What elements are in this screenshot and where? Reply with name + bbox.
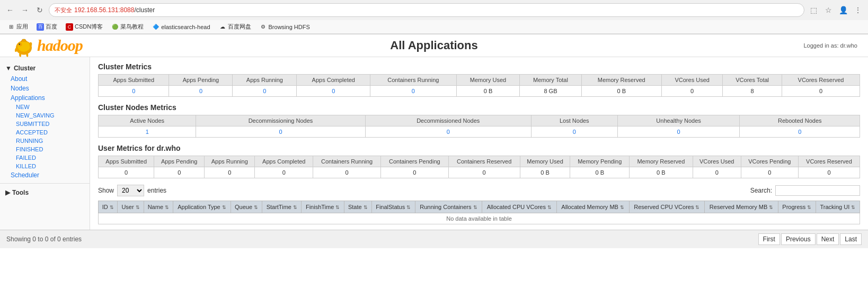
menu-button[interactable]: ⋮ — [852, 4, 864, 16]
cm-header-apps-pending: Apps Pending — [169, 75, 233, 86]
sidebar-failed-link[interactable]: FAILED — [0, 153, 90, 162]
allocatedmemory-sort-icon: ⇅ — [620, 205, 624, 210]
um-header-memory-pending: Memory Pending — [570, 156, 630, 167]
th-finish-time[interactable]: FinishTime ⇅ — [302, 201, 344, 213]
pagination-buttons: First Previous Next Last — [758, 233, 862, 245]
cnm-active-nodes[interactable]: 1 — [99, 126, 196, 138]
cnm-decommissioned-nodes[interactable]: 0 — [365, 126, 531, 138]
name-sort-icon: ⇅ — [165, 205, 169, 210]
sidebar-new-saving-link[interactable]: NEW_SAVING — [0, 111, 90, 120]
th-state[interactable]: State ⇅ — [344, 201, 371, 213]
um-header-containers-running: Containers Running — [313, 156, 381, 167]
profile-button[interactable]: 👤 — [837, 4, 849, 16]
bookmark-hdfs[interactable]: ⚙Browsing HDFS — [256, 22, 313, 32]
th-tracking-ui[interactable]: Tracking UI ⇅ — [816, 201, 860, 213]
finalstatus-sort-icon: ⇅ — [406, 205, 411, 210]
sidebar-scheduler-link[interactable]: Scheduler — [0, 170, 90, 180]
sidebar-applications-link[interactable]: Applications — [0, 93, 90, 103]
back-button[interactable]: ← — [4, 4, 16, 16]
cm-header-containers-running: Containers Running — [370, 75, 456, 86]
bookmark-baidu[interactable]: 百百度 — [33, 22, 60, 32]
cm-apps-completed[interactable]: 0 — [297, 86, 370, 97]
cnm-unhealthy-nodes[interactable]: 0 — [617, 126, 740, 138]
insecure-label: 不安全 — [55, 6, 72, 14]
cluster-metrics-table: Apps Submitted Apps Pending Apps Running… — [98, 74, 860, 97]
cnm-header-unhealthy: Unhealthy Nodes — [617, 115, 740, 126]
um-vcores-reserved: 0 — [798, 167, 860, 178]
previous-page-button[interactable]: Previous — [781, 233, 816, 245]
th-start-time[interactable]: StartTime ⇅ — [262, 201, 302, 213]
th-name[interactable]: Name ⇅ — [144, 201, 173, 213]
th-running-containers[interactable]: Running Containers ⇅ — [415, 201, 482, 213]
show-entries-bar: Show 10 20 50 100 entries Search: — [98, 185, 860, 196]
th-progress[interactable]: Progress ⇅ — [778, 201, 816, 213]
sidebar-running-link[interactable]: RUNNING — [0, 137, 90, 145]
cm-apps-submitted[interactable]: 0 — [99, 86, 169, 97]
reload-button[interactable]: ↻ — [34, 4, 46, 16]
user-sort-icon: ⇅ — [136, 205, 140, 210]
cnm-header-decommissioning: Decommissioning Nodes — [196, 115, 365, 126]
um-header-vcores-reserved: VCores Reserved — [798, 156, 860, 167]
cm-header-vcores-used: VCores Used — [661, 75, 722, 86]
url-host: 192.168.56.131:8088 — [74, 6, 134, 14]
bookmark-baidupan[interactable]: ☁百度网盘 — [216, 22, 254, 32]
bookmark-runoob[interactable]: 🟢菜鸟教程 — [108, 22, 147, 32]
show-label: Show — [98, 187, 114, 194]
browser-toolbar: ← → ↻ 不安全 192.168.56.131:8088/cluster ⬚ … — [0, 0, 868, 20]
th-reserved-memory[interactable]: Reserved Memory MB ⇅ — [705, 201, 778, 213]
sidebar-new-link[interactable]: NEW — [0, 103, 90, 111]
th-allocated-cpu[interactable]: Allocated CPU VCores ⇅ — [482, 201, 556, 213]
browser-chrome: ← → ↻ 不安全 192.168.56.131:8088/cluster ⬚ … — [0, 0, 868, 34]
sidebar-killed-link[interactable]: KILLED — [0, 162, 90, 170]
sidebar-submitted-link[interactable]: SUBMITTED — [0, 120, 90, 128]
tools-arrow-icon: ▶ — [5, 189, 10, 196]
entries-label: entries — [147, 187, 166, 194]
bookmark-apps[interactable]: ⊞应用 — [4, 22, 31, 32]
bookmark-elasticsearch[interactable]: 🔷elasticsearch-head — [149, 22, 213, 32]
cnm-decommissioning-nodes[interactable]: 0 — [196, 126, 365, 138]
cm-header-memory-total: Memory Total — [520, 75, 581, 86]
th-application-type[interactable]: Application Type ⇅ — [173, 201, 231, 213]
screenshot-button[interactable]: ⬚ — [808, 4, 819, 16]
cm-apps-pending[interactable]: 0 — [169, 86, 233, 97]
sidebar-nodes-link[interactable]: Nodes — [0, 84, 90, 93]
cnm-rebooted-nodes[interactable]: 0 — [740, 126, 860, 138]
next-page-button[interactable]: Next — [817, 233, 839, 245]
apps-icon: ⊞ — [7, 23, 15, 31]
cluster-metrics-title: Cluster Metrics — [98, 62, 860, 71]
cm-header-apps-completed: Apps Completed — [297, 75, 370, 86]
cluster-section-title[interactable]: ▼ Cluster — [0, 62, 90, 74]
cm-apps-running[interactable]: 0 — [233, 86, 297, 97]
reservedmemory-sort-icon: ⇅ — [769, 205, 773, 210]
last-page-button[interactable]: Last — [840, 233, 862, 245]
cm-containers-running[interactable]: 0 — [370, 86, 456, 97]
main-layout: ▼ Cluster About Nodes Applications NEW N… — [0, 57, 868, 230]
sidebar-accepted-link[interactable]: ACCEPTED — [0, 128, 90, 137]
forward-button[interactable]: → — [19, 4, 31, 16]
cluster-label: Cluster — [14, 65, 36, 72]
svg-point-1 — [17, 41, 30, 52]
tools-label: Tools — [12, 189, 29, 196]
bookmark-csdn[interactable]: CCSDN博客 — [63, 22, 106, 32]
th-id[interactable]: ID ⇅ — [99, 201, 118, 213]
cnm-lost-nodes[interactable]: 0 — [531, 126, 617, 138]
th-final-status[interactable]: FinalStatus ⇅ — [371, 201, 415, 213]
address-bar[interactable]: 不安全 192.168.56.131:8088/cluster — [49, 3, 804, 17]
th-allocated-memory[interactable]: Allocated Memory MB ⇅ — [556, 201, 629, 213]
bookmark-button[interactable]: ☆ — [822, 4, 834, 16]
th-reserved-cpu[interactable]: Reserved CPU VCores ⇅ — [629, 201, 705, 213]
um-apps-pending: 0 — [154, 167, 205, 178]
search-input[interactable] — [775, 185, 860, 196]
um-header-containers-reserved: Containers Reserved — [448, 156, 520, 167]
sidebar-about-link[interactable]: About — [0, 74, 90, 84]
applications-table: ID ⇅ User ⇅ Name ⇅ Application Type ⇅ Qu… — [98, 201, 860, 224]
page-header: hadoop All Applications Logged in as: dr… — [0, 34, 868, 57]
tools-section-title[interactable]: ▶ Tools — [0, 187, 90, 198]
th-queue[interactable]: Queue ⇅ — [231, 201, 262, 213]
sidebar-finished-link[interactable]: FINISHED — [0, 145, 90, 153]
showing-entries: Showing 0 to 0 of 0 entries — [6, 235, 82, 243]
user-metrics-title: User Metrics for dr.who — [98, 144, 860, 152]
th-user[interactable]: User ⇅ — [118, 201, 144, 213]
entries-select[interactable]: 10 20 50 100 — [117, 185, 144, 196]
first-page-button[interactable]: First — [758, 233, 780, 245]
